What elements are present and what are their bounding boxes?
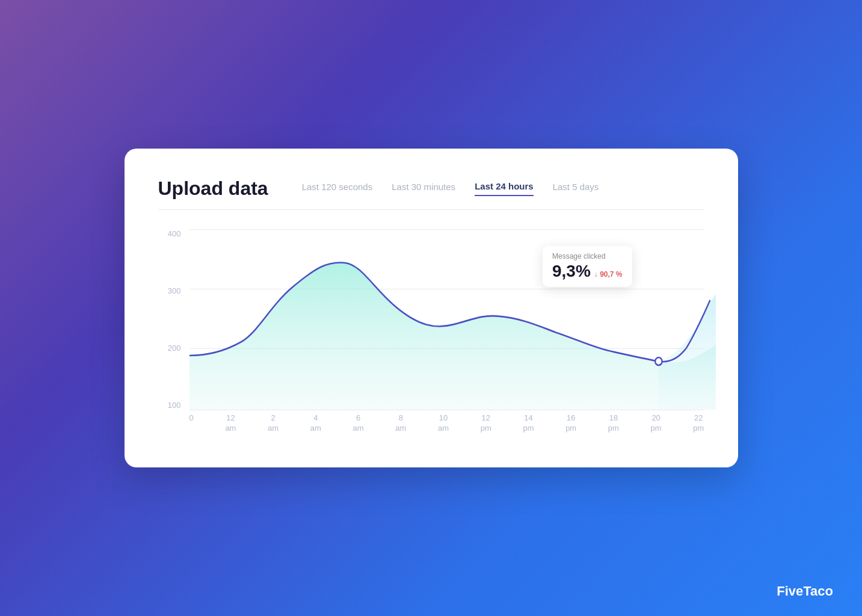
x-label-10am: 10am <box>438 413 449 434</box>
brand-taco: Taco <box>803 584 833 599</box>
x-label-16pm: 16pm <box>565 413 576 434</box>
page-title: Upload data <box>158 177 268 200</box>
x-label-12am: 12am <box>225 413 236 434</box>
tooltip-value: 9,3% <box>552 262 591 281</box>
y-axis: 400 300 200 100 <box>158 229 187 410</box>
header-divider <box>158 209 704 210</box>
chart-area-fill-right <box>658 294 715 410</box>
x-label-0: 0 <box>189 413 194 424</box>
tab-30m[interactable]: Last 30 minutes <box>392 182 455 196</box>
tab-120s[interactable]: Last 120 seconds <box>302 182 373 196</box>
y-label-400: 400 <box>168 229 181 238</box>
y-label-200: 200 <box>168 343 181 353</box>
tooltip-change: ↓ 90,7 % <box>594 270 623 279</box>
chart-area: 400 300 200 100 <box>158 229 704 434</box>
x-label-2am: 2am <box>268 413 279 434</box>
x-label-14pm: 14pm <box>523 413 534 434</box>
y-label-300: 300 <box>168 286 181 295</box>
x-label-18pm: 18pm <box>608 413 619 434</box>
tab-bar: Last 120 seconds Last 30 minutes Last 24… <box>302 181 599 196</box>
chart-area-fill <box>189 262 716 410</box>
grid-line-100 <box>189 410 704 410</box>
x-label-8am: 8am <box>395 413 406 434</box>
card-header: Upload data Last 120 seconds Last 30 min… <box>158 177 704 200</box>
chart-dot <box>655 357 662 365</box>
y-label-100: 100 <box>168 401 181 410</box>
x-label-22pm: 22pm <box>693 413 704 434</box>
branding: FiveTaco <box>777 584 833 599</box>
x-label-4am: 4am <box>310 413 321 434</box>
x-axis: 0 12am 2am 4am 6am 8am 10am 12pm 14pm 16… <box>189 413 704 434</box>
x-label-12pm: 12pm <box>481 413 491 434</box>
x-label-6am: 6am <box>353 413 364 434</box>
tooltip-label: Message clicked <box>552 252 623 260</box>
tab-24h[interactable]: Last 24 hours <box>475 181 534 196</box>
x-label-20pm: 20pm <box>651 413 662 434</box>
chart-body: Message clicked 9,3% ↓ 90,7 % <box>189 229 704 410</box>
tooltip-value-container: 9,3% ↓ 90,7 % <box>552 262 623 281</box>
tooltip-box: Message clicked 9,3% ↓ 90,7 % <box>543 246 632 287</box>
brand-five: Five <box>777 584 803 599</box>
tab-5d[interactable]: Last 5 days <box>553 182 599 196</box>
main-card: Upload data Last 120 seconds Last 30 min… <box>125 149 738 467</box>
